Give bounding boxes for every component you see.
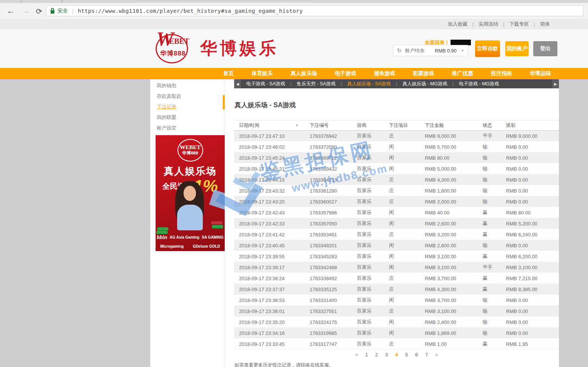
cell-game: 百家乐 (352, 330, 384, 336)
header-label: 下注金额 (425, 122, 444, 129)
column-header[interactable]: 日期/时间▼ (234, 122, 305, 129)
toplink-item[interactable]: 实用连结 (478, 21, 498, 28)
promo-banner[interactable]: WEBET 华博888 真人娱乐场 全民返点 1% bbinAG Asia Ga… (156, 135, 225, 251)
table-row: 2018-09-17 23:43:201783360027百家乐庄RMB 2,0… (234, 196, 559, 207)
redacted-username (451, 40, 471, 45)
cell-status: 赢 (478, 231, 501, 238)
cell-bet-item: 庄 (384, 176, 420, 183)
cell-bet-amount: RMB 5,700.00 (420, 144, 478, 150)
page-number[interactable]: 6 (415, 352, 418, 358)
sidebar-item[interactable]: 下注记录 (150, 102, 224, 112)
cell-status: 输 (478, 330, 501, 336)
nav-item[interactable]: 捕鱼游戏 (374, 70, 395, 77)
column-header: 游戏 (352, 122, 384, 129)
provider-logo: GDeluxe GOLD (193, 244, 220, 248)
cell-status: 输 (478, 187, 501, 194)
secure-label: 安全 (57, 8, 68, 14)
cell-status: 输 (478, 242, 501, 249)
table-header-row: 日期/时间▼下注编号游戏下注项目下注金额状态派彩 (234, 120, 559, 131)
deposit-button[interactable]: 立即存款 (475, 40, 500, 57)
cell-game: 百家乐 (352, 253, 384, 260)
back-icon[interactable]: ← (6, 6, 15, 15)
nav-item[interactable]: 投注指南 (491, 70, 512, 77)
refresh-icon[interactable]: ↻ (397, 47, 402, 54)
header-label: 日期/时间 (239, 122, 259, 129)
cell-bet-item: 闲 (384, 297, 420, 304)
toplink-item[interactable]: 简体 (540, 21, 550, 28)
table-row: 2018-09-17 23:39:171783342488百家乐闲RMB 3,1… (234, 262, 559, 273)
sidebar-item[interactable]: 我的钱包 (150, 80, 224, 91)
tabs-scroll-left-icon[interactable]: ◀ (234, 79, 241, 88)
tab-item[interactable]: 电子游戏 - MG游戏 (459, 81, 499, 87)
sidebar-item[interactable]: 账户设定 (150, 123, 224, 133)
header-label: 状态 (483, 122, 492, 129)
sort-desc-icon[interactable]: ▼ (295, 123, 299, 127)
cell-bet-item: 庄 (384, 231, 420, 238)
cell-date: 2018-09-17 23:43:32 (234, 188, 305, 194)
cell-status: 输 (478, 165, 501, 172)
sidebar-item[interactable]: 存款及取款 (150, 91, 224, 102)
page-number[interactable]: 2 (375, 352, 378, 358)
toplink-item[interactable]: 下载专区 (509, 21, 529, 28)
forward-icon[interactable]: → (22, 6, 30, 15)
nav-item[interactable]: 推广优惠 (452, 70, 473, 77)
nav-item[interactable]: 体育娱乐 (252, 70, 273, 77)
cell-payout: RMB 0.00 (501, 199, 559, 205)
table-row: 2018-09-17 23:45:211783369432百家乐闲RMB 5,0… (234, 163, 559, 174)
site-header: W EBET 华博888 华博娱乐 欢迎回来！ ↻ 账户结余 RMB 0.90 … (0, 29, 588, 68)
cell-game: 百家乐 (352, 165, 384, 172)
cell-game: 百家乐 (352, 176, 384, 183)
address-bar[interactable]: 安全 | https://www.wbg1101.com/player/bet_… (46, 5, 583, 16)
nav-item[interactable]: 华博品味 (530, 70, 551, 77)
cell-game: 百家乐 (352, 220, 384, 227)
cell-bet-amount: RMB 4,300.00 (420, 287, 478, 292)
tab-item[interactable]: 真人娱乐场 - SA游戏 (347, 81, 390, 87)
logout-button[interactable]: 登出 (533, 41, 557, 56)
chip-graphic (211, 221, 222, 225)
tab-item[interactable]: 真人娱乐场 - MG游戏 (402, 81, 447, 87)
tabs-scroll-right-icon[interactable]: ▶ (552, 79, 559, 88)
toplink-item[interactable]: 加入收藏 (448, 21, 468, 28)
cell-date: 2018-09-17 23:37:37 (234, 287, 305, 292)
my-account-button[interactable]: 我的账户 (505, 41, 529, 56)
browser-toolbar: ← → ⟳ 安全 | https://www.wbg1101.com/playe… (0, 3, 588, 19)
balance-widget[interactable]: ↻ 账户结余 RMB 0.90 ▼ (393, 45, 468, 56)
nav-item[interactable]: 真人娱乐场 (291, 70, 317, 77)
cell-game: 百家乐 (352, 154, 384, 161)
cell-date: 2018-09-17 23:39:55 (234, 254, 305, 259)
nav-item[interactable]: 首页 (223, 70, 234, 77)
cell-bet-amount: RMB 2,600.00 (420, 243, 478, 248)
page-number[interactable]: 5 (405, 352, 408, 358)
table-row: 2018-09-17 23:47:101783376942百家乐庄RMB 9,0… (234, 131, 559, 142)
reload-icon[interactable]: ⟳ (36, 6, 42, 16)
nav-item[interactable]: 电子游戏 (335, 70, 356, 77)
prev-page-button[interactable]: < (355, 352, 358, 358)
provider-logo: AG Asia Gaming (170, 235, 199, 239)
next-page-button[interactable]: > (435, 352, 438, 358)
cell-bet-number: 1783353461 (305, 232, 352, 237)
cell-payout: RMB 0.00 (501, 166, 559, 172)
separator: | (290, 82, 292, 86)
page-number[interactable]: 7 (425, 352, 428, 358)
cell-bet-number: 1783369712 (305, 155, 352, 161)
header-label: 下注编号 (310, 122, 329, 129)
tab-item[interactable]: 电子游戏 - SA游戏 (246, 81, 285, 87)
cell-payout: RMB 0.00 (501, 330, 559, 336)
tab-item[interactable]: 鱼乐无穷 - SA游戏 (297, 81, 336, 87)
cell-date: 2018-09-17 23:47:10 (234, 133, 305, 139)
cell-game: 百家乐 (352, 231, 384, 238)
page-number[interactable]: 1 (365, 352, 368, 358)
site-logo[interactable]: W EBET 华博888 华博娱乐 (154, 31, 282, 66)
page-number[interactable]: 4 (395, 352, 398, 358)
cell-bet-number: 1783319985 (305, 330, 352, 336)
sidebar-item[interactable]: 我的联盟 (150, 112, 224, 123)
chevron-down-icon[interactable]: ▼ (461, 49, 464, 52)
cell-status: 赢 (478, 341, 501, 347)
page-number[interactable]: 3 (385, 352, 388, 358)
table-row: 2018-09-17 23:43:321783361280百家乐庄RMB 1,6… (234, 185, 559, 196)
table-row: 2018-09-17 23:41:421783353461百家乐庄RMB 3,2… (234, 229, 559, 240)
cell-payout: RMB 0.00 (501, 319, 559, 325)
nav-item[interactable]: 彩票游戏 (413, 70, 434, 77)
cell-status: 赢 (478, 253, 501, 260)
url-text[interactable]: https://www.wbg1101.com/player/bet_histo… (78, 8, 303, 14)
